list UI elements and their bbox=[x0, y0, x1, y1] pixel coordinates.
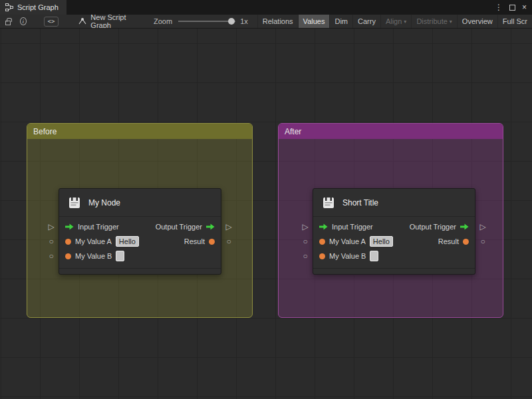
value-b-input[interactable] bbox=[116, 251, 124, 261]
port-row: Input Trigger Output Trigger bbox=[313, 219, 475, 234]
lock-icon[interactable] bbox=[5, 21, 11, 25]
zoom-value: 1x bbox=[240, 17, 248, 25]
node-short-title[interactable]: Short Title Input Trigger Output Trigger bbox=[313, 188, 475, 275]
external-value-port[interactable]: ○ bbox=[301, 237, 310, 246]
external-value-port[interactable]: ○ bbox=[47, 251, 56, 261]
value-port-icon[interactable] bbox=[65, 239, 71, 245]
window-controls: ⋮ × bbox=[495, 0, 532, 15]
group-after-header[interactable]: After bbox=[279, 124, 503, 139]
group-before-label: Before bbox=[33, 127, 57, 136]
info-icon[interactable]: i bbox=[20, 17, 27, 25]
menu-kebab-icon[interactable]: ⋮ bbox=[495, 3, 503, 11]
chevron-down-icon: ▾ bbox=[450, 19, 452, 25]
overview-button[interactable]: Overview bbox=[457, 15, 497, 29]
external-value-port[interactable]: ○ bbox=[478, 237, 487, 246]
script-graph-tab-icon bbox=[5, 3, 13, 11]
value-port-icon[interactable] bbox=[319, 253, 325, 259]
value-port-icon[interactable] bbox=[209, 239, 215, 245]
external-value-port[interactable]: ○ bbox=[301, 251, 310, 261]
chevron-down-icon: ▾ bbox=[404, 19, 406, 25]
value-b-input[interactable] bbox=[370, 251, 378, 261]
value-port-icon[interactable] bbox=[319, 239, 325, 245]
fullscreen-button[interactable]: Full Scr bbox=[497, 15, 532, 29]
toolbar-buttons: Relations Values Dim Carry Align▾ Distri… bbox=[257, 15, 532, 29]
node-ports: Input Trigger Output Trigger My Value A … bbox=[59, 217, 221, 265]
external-trigger-in-port[interactable]: ▷ bbox=[301, 222, 310, 231]
port-row: My Value A Hello Result bbox=[59, 234, 221, 249]
tab-bar: Script Graph ⋮ × bbox=[0, 0, 532, 15]
zoom-slider-handle[interactable] bbox=[228, 18, 235, 25]
node-my-node[interactable]: My Node Input Trigger Output Trigger bbox=[59, 188, 221, 275]
graph-toolbar: i <> New Script Graph Zoom 1x Relations … bbox=[0, 15, 532, 29]
tab-title: Script Graph bbox=[17, 3, 59, 11]
node-header[interactable]: My Node bbox=[59, 189, 221, 217]
trigger-in-icon[interactable] bbox=[65, 223, 74, 230]
new-script-graph-button[interactable]: New Script Graph bbox=[78, 15, 131, 29]
value-port-icon[interactable] bbox=[463, 239, 469, 245]
values-button[interactable]: Values bbox=[298, 15, 330, 29]
node-ports: Input Trigger Output Trigger My Value A … bbox=[313, 217, 475, 265]
group-before[interactable]: Before My Node Input Trigger bbox=[27, 123, 253, 318]
external-value-port[interactable]: ○ bbox=[224, 237, 233, 246]
zoom-label: Zoom bbox=[154, 17, 172, 25]
relations-button[interactable]: Relations bbox=[257, 15, 298, 29]
trigger-out-icon[interactable] bbox=[206, 223, 215, 230]
port-row: My Value B bbox=[313, 249, 475, 263]
new-graph-label: New Script Graph bbox=[90, 15, 131, 29]
value-port-icon[interactable] bbox=[65, 253, 71, 259]
value-a-input[interactable]: Hello bbox=[116, 236, 139, 247]
node-header[interactable]: Short Title bbox=[313, 189, 475, 217]
align-dropdown[interactable]: Align▾ bbox=[380, 15, 411, 29]
external-trigger-out-port[interactable]: ▷ bbox=[478, 222, 487, 231]
script-graph-window: Script Graph ⋮ × i <> New Script Graph Z… bbox=[0, 0, 532, 399]
external-trigger-out-port[interactable]: ▷ bbox=[224, 222, 233, 231]
zoom-slider[interactable] bbox=[178, 21, 235, 22]
trigger-in-icon[interactable] bbox=[319, 223, 328, 230]
value-a-input[interactable]: Hello bbox=[370, 236, 393, 247]
maximize-icon[interactable] bbox=[509, 5, 515, 11]
group-after[interactable]: After Short Title Input Trigger bbox=[278, 123, 503, 318]
node-footer bbox=[313, 268, 475, 274]
unit-icon bbox=[321, 196, 336, 210]
carry-button[interactable]: Carry bbox=[352, 15, 380, 29]
group-after-label: After bbox=[285, 127, 301, 136]
code-view-button[interactable]: <> bbox=[44, 17, 59, 27]
unit-icon bbox=[67, 196, 82, 210]
group-before-header[interactable]: Before bbox=[27, 124, 252, 139]
external-trigger-in-port[interactable]: ▷ bbox=[47, 222, 56, 231]
tab-script-graph[interactable]: Script Graph bbox=[0, 0, 66, 15]
port-row: Input Trigger Output Trigger bbox=[59, 219, 221, 234]
new-graph-icon bbox=[78, 18, 86, 25]
close-icon[interactable]: × bbox=[522, 3, 527, 11]
graph-canvas[interactable]: Before My Node Input Trigger bbox=[0, 29, 532, 399]
node-title: Short Title bbox=[342, 198, 378, 207]
node-title: My Node bbox=[88, 198, 120, 207]
port-row: My Value B bbox=[59, 249, 221, 263]
zoom-control: Zoom 1x bbox=[154, 17, 248, 25]
port-row: My Value A Hello Result bbox=[313, 234, 475, 249]
node-footer bbox=[59, 268, 221, 274]
external-value-port[interactable]: ○ bbox=[47, 237, 56, 246]
dim-button[interactable]: Dim bbox=[329, 15, 352, 29]
trigger-out-icon[interactable] bbox=[460, 223, 469, 230]
distribute-dropdown[interactable]: Distribute▾ bbox=[411, 15, 456, 29]
